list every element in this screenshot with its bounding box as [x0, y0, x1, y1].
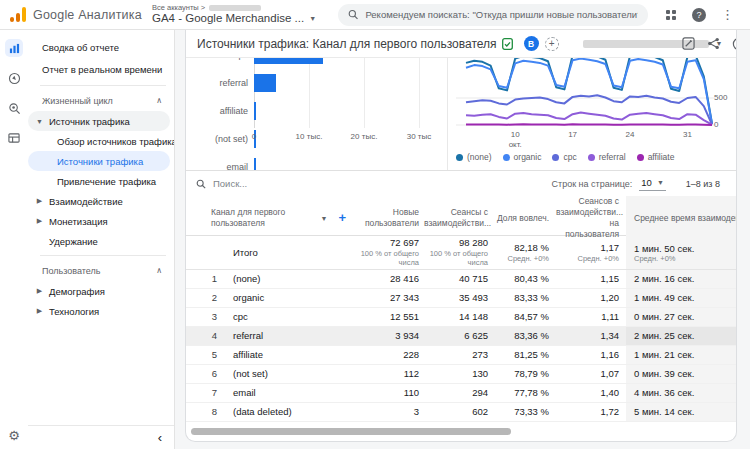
series-cpc [466, 95, 712, 124]
engagement-rate-cell: 78,79 % [494, 365, 556, 383]
library-icon[interactable] [5, 129, 23, 147]
brand[interactable]: Google Аналитика [10, 7, 142, 22]
avg-time-cell: 2 мин. 16 сек. [626, 270, 737, 288]
table-row[interactable]: 2organic27 34335 49383,33 %1,201 мин. 49… [186, 289, 737, 308]
y-axis-tick: 0 [714, 120, 718, 129]
sidebar-item[interactable]: Удержание [28, 231, 174, 251]
arrow-right-icon: ▶ [35, 217, 44, 225]
engagement-rate-cell: 73,33 % [494, 403, 556, 421]
new-users-cell: 3 934 [346, 327, 424, 345]
scrollbar-thumb[interactable] [191, 428, 511, 435]
explore-icon[interactable] [5, 69, 23, 87]
column-header-new-users[interactable]: Новые пользователи [346, 207, 424, 229]
search-icon [196, 179, 206, 189]
x-axis-tick: 31 [683, 130, 692, 140]
share-icon[interactable] [707, 37, 720, 50]
sidebar-item[interactable]: Сводка об отчете [28, 37, 174, 59]
avg-time-cell: 5 мин. 14 сек. [626, 403, 737, 421]
add-dimension-button[interactable]: + [338, 210, 346, 227]
row-number: 2 [186, 289, 220, 307]
advertising-icon[interactable] [5, 99, 23, 117]
bar[interactable] [254, 74, 276, 92]
channel-cell: referral [220, 327, 346, 345]
bar-row: email [186, 153, 441, 170]
bar[interactable] [254, 158, 256, 170]
data-quality-icon[interactable] [502, 38, 513, 50]
row-number: 1 [186, 270, 220, 288]
global-search-input[interactable] [365, 9, 638, 20]
sidebar-section-Пользователь[interactable]: Пользователь∧ [28, 260, 174, 281]
table-row[interactable]: 1(none)28 41640 71580,43 %1,152 мин. 16 … [186, 270, 737, 289]
sidebar-section-Жизненный цикл[interactable]: Жизненный цикл∧ [28, 90, 174, 111]
more-options-icon[interactable]: ⋮ [721, 8, 734, 21]
column-header-channel[interactable]: Канал для первого пользователя▼ + [186, 207, 346, 229]
channel-cell: cpc [220, 308, 346, 326]
sidebar-item[interactable]: ▶Монетизация [28, 211, 174, 231]
horizontal-scrollbar[interactable] [186, 428, 736, 435]
chevron-down-icon: ▼ [657, 179, 664, 186]
sidebar-item[interactable]: ▶Технология [28, 301, 174, 321]
column-header-engaged-sessions-per-user[interactable]: Сеансов с взаимодействи... на пользовате… [556, 196, 626, 240]
table-row[interactable]: 5affiliate22827381,25 %1,161 мин. 21 сек… [186, 346, 737, 365]
table-row[interactable]: 4referral3 9346 62583,36 %1,342 мин. 25 … [186, 327, 737, 346]
global-search[interactable] [338, 4, 648, 26]
bar[interactable] [254, 102, 256, 120]
property-selector[interactable]: Все аккаунты > GA4 - Google Merchandise … [152, 4, 316, 26]
table-search-input[interactable] [213, 178, 393, 189]
legend-item: affiliate [637, 152, 675, 162]
tick-label: 17 [568, 130, 577, 140]
legend-dot-icon [552, 154, 559, 161]
sidebar-item[interactable]: ▶Взаимодействие [28, 191, 174, 211]
arrow-right-icon: ▶ [35, 307, 44, 315]
series-referral [466, 113, 712, 125]
help-icon[interactable]: ? [692, 8, 706, 22]
sidebar-item[interactable]: Источники трафика [28, 151, 170, 171]
y-axis-tick: 500 [714, 93, 727, 102]
sidebar-item[interactable]: ▶Демография [28, 281, 174, 301]
series-affiliate [466, 124, 712, 125]
engaged-sessions-cell: 294 [424, 384, 494, 402]
admin-gear-icon[interactable]: ⚙ [8, 428, 20, 443]
comparison-avatar[interactable]: B [524, 36, 539, 51]
sidebar-item[interactable]: Отчет в реальном времени [28, 59, 174, 81]
rows-per-page-select[interactable]: 10▼ [639, 176, 666, 191]
sidebar-item[interactable]: Обзор источников трафика [28, 131, 174, 151]
engagement-rate-cell: 77,78 % [494, 384, 556, 402]
legend-dot-icon [637, 154, 644, 161]
legend-label: referral [599, 152, 626, 162]
table-body: 1(none)28 41640 71580,43 %1,152 мин. 16 … [186, 270, 736, 422]
column-header-avg-engagement-time[interactable]: Среднее время взаимодействия [626, 196, 737, 240]
engagement-rate-cell: 83,36 % [494, 327, 556, 345]
sidebar-footer: ‹ [28, 425, 174, 449]
engaged-sessions-cell: 6 625 [424, 327, 494, 345]
reports-icon[interactable] [5, 39, 23, 57]
add-comparison-button[interactable]: + [545, 37, 559, 51]
sidebar-item[interactable]: ▼Источник трафика [28, 111, 170, 131]
column-header-engagement-rate[interactable]: Доля вовлеч. [494, 213, 556, 224]
sidebar-item[interactable]: Привлечение трафика [28, 171, 174, 191]
new-users-cell: 110 [346, 384, 424, 402]
row-number: 6 [186, 365, 220, 383]
channel-cell: (data deleted) [220, 403, 346, 421]
legend-label: cpc [563, 152, 576, 162]
bar-series: (none)organiccpcreferralaffiliate(not se… [186, 58, 441, 170]
avg-time-cell: 1 мин. 21 сек. [626, 346, 737, 364]
collapse-sidebar-icon[interactable]: ‹ [158, 431, 162, 444]
table-row[interactable]: 8(data deleted)360273,33 %1,725 мин. 14 … [186, 403, 737, 422]
customize-report-icon[interactable] [682, 37, 695, 50]
column-header-engaged-sessions[interactable]: Сеансы с взаимодействи... [424, 207, 494, 229]
table-row[interactable]: 3cpc12 55114 14884,57 %1,110 мин. 27 сек… [186, 308, 737, 327]
bar-row: cpc [186, 58, 441, 69]
avg-time-cell: 1 мин. 49 сек. [626, 289, 737, 307]
divider [40, 85, 166, 86]
apps-grid-icon[interactable] [665, 9, 677, 21]
table-row[interactable]: 7email11029477,78 %1,404 мин. 36 сек. [186, 384, 737, 403]
bar[interactable] [254, 58, 323, 64]
insights-icon[interactable] [732, 37, 737, 51]
totals-label: Итого [220, 247, 346, 258]
bar-category-label: email [186, 162, 248, 170]
legend-item: organic [503, 152, 542, 162]
tick-label: 31 [683, 130, 692, 140]
new-users-cell: 28 416 [346, 270, 424, 288]
table-row[interactable]: 6(not set)11213078,79 %1,070 мин. 39 сек… [186, 365, 737, 384]
